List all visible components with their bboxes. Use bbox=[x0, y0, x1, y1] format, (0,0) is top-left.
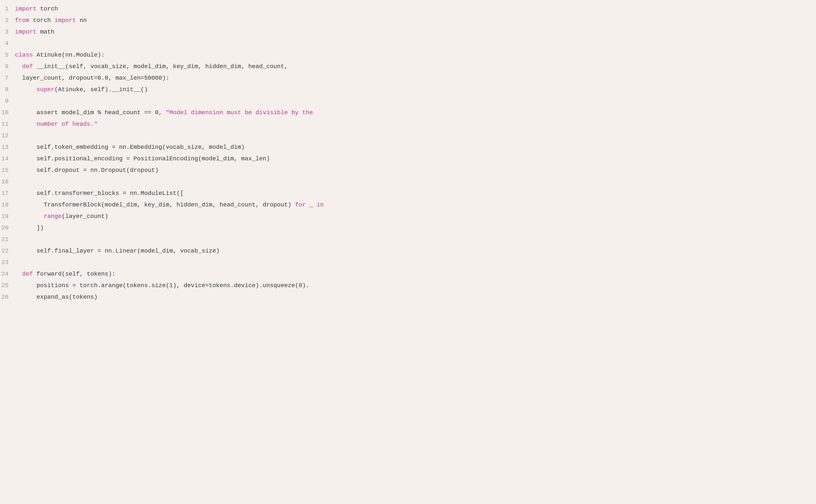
line-content-21 bbox=[15, 235, 816, 244]
line-number-20: 20 bbox=[0, 223, 15, 233]
code-line-23: 23 bbox=[0, 258, 816, 269]
line-number-9: 9 bbox=[0, 96, 15, 106]
line-number-13: 13 bbox=[0, 143, 15, 152]
code-line-5: 5 class Atinuke(nn.Module): bbox=[0, 50, 816, 62]
code-line-10: 10 assert model_dim % head_count == 0, "… bbox=[0, 108, 816, 120]
code-line-11: 11 number of heads." bbox=[0, 120, 816, 131]
code-line-24: 24 def forward(self, tokens): bbox=[0, 269, 816, 281]
code-editor: 1 import torch 2 from torch import nn 3 … bbox=[0, 0, 816, 504]
code-line-20: 20 ]) bbox=[0, 223, 816, 235]
line-content-8: super(Atinuke, self).__init__() bbox=[15, 85, 816, 95]
line-number-8: 8 bbox=[0, 85, 15, 95]
code-line-1: 1 import torch bbox=[0, 4, 816, 16]
line-content-2: from torch import nn bbox=[15, 16, 816, 25]
line-number-10: 10 bbox=[0, 108, 15, 118]
line-content-23 bbox=[15, 258, 816, 267]
code-line-16: 16 bbox=[0, 177, 816, 189]
line-content-10: assert model_dim % head_count == 0, "Mod… bbox=[15, 108, 816, 118]
line-number-5: 5 bbox=[0, 50, 15, 60]
line-content-24: def forward(self, tokens): bbox=[15, 269, 816, 279]
line-number-22: 22 bbox=[0, 246, 15, 256]
line-content-12 bbox=[15, 131, 816, 141]
line-content-11: number of heads." bbox=[15, 120, 816, 129]
line-content-13: self.token_embedding = nn.Embedding(voca… bbox=[15, 143, 816, 152]
line-number-7: 7 bbox=[0, 73, 15, 83]
code-line-15: 15 self.dropout = nn.Dropout(dropout) bbox=[0, 166, 816, 177]
code-line-2: 2 from torch import nn bbox=[0, 16, 816, 27]
line-number-26: 26 bbox=[0, 292, 15, 302]
code-line-18: 18 TransformerBlock(model_dim, key_dim, … bbox=[0, 200, 816, 212]
line-number-18: 18 bbox=[0, 200, 15, 210]
line-content-7: layer_count, dropout=0.0, max_len=50000)… bbox=[15, 73, 816, 83]
line-number-21: 21 bbox=[0, 235, 15, 244]
line-number-6: 6 bbox=[0, 62, 15, 72]
line-content-22: self.final_layer = nn.Linear(model_dim, … bbox=[15, 246, 816, 256]
line-content-26: expand_as(tokens) bbox=[15, 292, 816, 302]
code-line-7: 7 layer_count, dropout=0.0, max_len=5000… bbox=[0, 73, 816, 85]
code-line-25: 25 positions = torch.arange(tokens.size(… bbox=[0, 281, 816, 292]
code-line-12: 12 bbox=[0, 131, 816, 143]
line-content-9 bbox=[15, 96, 816, 106]
line-number-16: 16 bbox=[0, 177, 15, 187]
line-content-20: ]) bbox=[15, 223, 816, 233]
line-number-12: 12 bbox=[0, 131, 15, 141]
code-line-6: 6 def __init__(self, vocab_size, model_d… bbox=[0, 62, 816, 73]
line-number-19: 19 bbox=[0, 212, 15, 221]
line-content-17: self.transformer_blocks = nn.ModuleList(… bbox=[15, 189, 816, 198]
line-content-3: import math bbox=[15, 27, 816, 37]
code-line-3: 3 import math bbox=[0, 27, 816, 39]
line-content-15: self.dropout = nn.Dropout(dropout) bbox=[15, 166, 816, 175]
line-number-3: 3 bbox=[0, 27, 15, 37]
line-number-25: 25 bbox=[0, 281, 15, 291]
line-content-14: self.positional_encoding = PositionalEnc… bbox=[15, 154, 816, 164]
code-line-19: 19 range(layer_count) bbox=[0, 212, 816, 223]
line-content-1: import torch bbox=[15, 4, 816, 14]
line-number-23: 23 bbox=[0, 258, 15, 267]
line-number-15: 15 bbox=[0, 166, 15, 175]
line-number-11: 11 bbox=[0, 120, 15, 129]
line-number-24: 24 bbox=[0, 269, 15, 279]
code-line-17: 17 self.transformer_blocks = nn.ModuleLi… bbox=[0, 189, 816, 200]
code-line-26: 26 expand_as(tokens) bbox=[0, 292, 816, 304]
code-line-22: 22 self.final_layer = nn.Linear(model_di… bbox=[0, 246, 816, 258]
code-line-21: 21 bbox=[0, 235, 816, 246]
code-line-13: 13 self.token_embedding = nn.Embedding(v… bbox=[0, 143, 816, 154]
code-line-4: 4 bbox=[0, 39, 816, 50]
line-content-4 bbox=[15, 39, 816, 48]
line-number-1: 1 bbox=[0, 4, 15, 14]
line-content-16 bbox=[15, 177, 816, 187]
line-content-5: class Atinuke(nn.Module): bbox=[15, 50, 816, 60]
line-number-14: 14 bbox=[0, 154, 15, 164]
line-number-17: 17 bbox=[0, 189, 15, 198]
line-content-25: positions = torch.arange(tokens.size(1),… bbox=[15, 281, 816, 291]
line-content-6: def __init__(self, vocab_size, model_dim… bbox=[15, 62, 816, 72]
line-content-19: range(layer_count) bbox=[15, 212, 816, 221]
code-line-14: 14 self.positional_encoding = Positional… bbox=[0, 154, 816, 166]
code-line-9: 9 bbox=[0, 96, 816, 108]
code-line-8: 8 super(Atinuke, self).__init__() bbox=[0, 85, 816, 96]
line-number-4: 4 bbox=[0, 39, 15, 48]
line-content-18: TransformerBlock(model_dim, key_dim, hid… bbox=[15, 200, 816, 210]
line-number-2: 2 bbox=[0, 16, 15, 25]
